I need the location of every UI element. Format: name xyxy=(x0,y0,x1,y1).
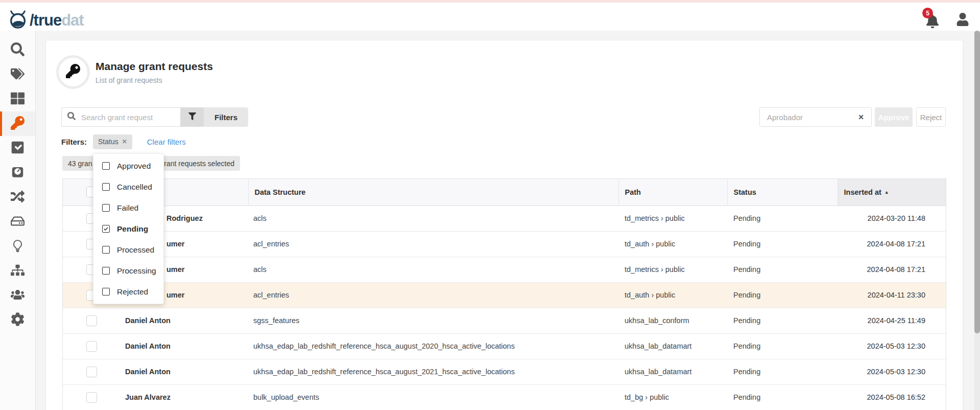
clear-filters-link[interactable]: Clear filters xyxy=(147,138,186,146)
status-option-rejected[interactable]: Rejected xyxy=(93,281,163,302)
path-cell: td_auth › public xyxy=(618,231,727,257)
sidebar-item-drive[interactable] xyxy=(0,210,35,234)
status-option-processing[interactable]: Processing xyxy=(93,260,163,281)
row-select-cell xyxy=(63,333,114,359)
row-select-cell xyxy=(63,359,114,384)
status-option-processed[interactable]: Processed xyxy=(93,239,163,260)
option-checkbox[interactable] xyxy=(102,183,110,191)
column-header-status[interactable]: Status xyxy=(727,179,838,206)
inserted-at-cell: 2024-04-11 23:30 xyxy=(838,282,946,308)
table-row[interactable]: umer acls td_metrics › public Pending 20… xyxy=(63,257,946,282)
sidebar-item-dashboard[interactable] xyxy=(0,87,35,111)
inserted-at-cell: 2024-04-08 17:21 xyxy=(838,231,946,257)
filter-funnel-button[interactable] xyxy=(180,107,204,127)
inserted-at-cell: 2024-03-20 11:48 xyxy=(838,206,946,231)
option-label: Approved xyxy=(117,162,151,171)
option-label: Failed xyxy=(117,203,138,213)
filters-label: Filters: xyxy=(61,138,87,146)
table-row[interactable]: umer acl_entries td_auth › public Pendin… xyxy=(63,231,946,257)
status-cell: Pending xyxy=(727,384,838,410)
notification-count-badge: 5 xyxy=(922,8,933,18)
grant-requests-table-body: Rodriguez acls td_metrics › public Pendi… xyxy=(63,206,946,410)
search-box[interactable] xyxy=(61,107,180,127)
grant-requests-table: Data Structure Path Status Inserted at▲ … xyxy=(62,178,946,410)
approver-filter-select[interactable]: Aprobador ✕ xyxy=(759,107,872,127)
table-row[interactable]: umer acl_entries td_auth › public Pendin… xyxy=(63,282,946,308)
user-cell: Juan Alvarez xyxy=(114,384,248,410)
table-row[interactable]: Juan Alvarez bulk_upload_events td_bg › … xyxy=(63,384,946,410)
option-checkbox[interactable] xyxy=(102,288,110,295)
option-checkbox[interactable] xyxy=(102,246,110,254)
dashboard-icon xyxy=(11,92,25,107)
path-cell: ukhsa_lab_conform xyxy=(618,308,727,333)
status-option-failed[interactable]: Failed xyxy=(93,197,163,218)
status-option-approved[interactable]: Approved xyxy=(93,155,163,176)
option-checkbox[interactable] xyxy=(102,267,110,275)
search-and-filters-control: Filters xyxy=(61,107,248,127)
column-header-data-structure[interactable]: Data Structure xyxy=(248,179,618,206)
row-checkbox[interactable] xyxy=(86,315,97,326)
path-cell: td_bg › public xyxy=(618,384,727,410)
path-cell: ukhsa_lab_datamart xyxy=(618,333,727,359)
status-chip-label: Status xyxy=(98,138,118,146)
status-cell: Pending xyxy=(727,308,838,333)
page-subtitle: List of grant requests xyxy=(95,76,162,84)
clear-approver-icon[interactable]: ✕ xyxy=(858,113,864,121)
tags-icon xyxy=(11,67,25,83)
sidebar-item-lightbulb[interactable] xyxy=(0,234,35,259)
data-structure-cell: acl_entries xyxy=(248,231,618,257)
option-checkbox[interactable] xyxy=(102,204,110,212)
inserted-at-cell: 2024-05-03 12:30 xyxy=(838,333,946,359)
status-option-cancelled[interactable]: Cancelled xyxy=(93,176,163,197)
sidebar-item-check-square[interactable] xyxy=(0,136,35,161)
path-cell: ukhsa_lab_datamart xyxy=(618,359,727,384)
option-checkbox[interactable] xyxy=(102,162,110,170)
settings-icon xyxy=(11,312,25,328)
app-window: /truedat 5 Manage grant requests List of… xyxy=(0,0,980,410)
data-structure-cell: acls xyxy=(248,257,618,282)
column-header-path[interactable]: Path xyxy=(618,179,727,206)
requests-selected-text: grant requests selected xyxy=(160,160,234,168)
option-label: Rejected xyxy=(117,287,148,297)
page-scrollbar-thumb[interactable] xyxy=(974,31,980,333)
table-row[interactable]: Daniel Anton sgss_features ukhsa_lab_con… xyxy=(63,308,946,333)
data-structure-cell: bulk_upload_events xyxy=(248,384,618,410)
status-cell: Pending xyxy=(727,333,838,359)
sidebar-item-tags[interactable] xyxy=(0,62,35,87)
table-row[interactable]: Daniel Anton ukhsa_edap_lab_redshift_ref… xyxy=(63,333,946,359)
sidebar-item-gauge[interactable] xyxy=(0,161,35,185)
reject-button[interactable]: Reject xyxy=(916,107,946,127)
status-option-pending[interactable]: Pending xyxy=(93,218,163,239)
search-icon xyxy=(67,112,76,122)
sidebar-item-shuffle[interactable] xyxy=(0,185,35,210)
approve-button[interactable]: Approve xyxy=(875,107,913,127)
sidebar-item-users[interactable] xyxy=(0,283,35,308)
sidebar-item-search[interactable] xyxy=(0,38,35,62)
notifications-button[interactable]: 5 xyxy=(922,8,947,31)
remove-status-filter-icon[interactable]: ✕ xyxy=(122,138,127,145)
lightbulb-icon xyxy=(11,239,25,255)
status-cell: Pending xyxy=(727,206,838,231)
option-checkbox[interactable] xyxy=(102,225,110,233)
filters-button[interactable]: Filters xyxy=(204,107,248,127)
column-header-inserted-at[interactable]: Inserted at▲ xyxy=(838,179,946,206)
path-cell: td_metrics › public xyxy=(618,257,727,282)
sidebar-item-sitemap[interactable] xyxy=(0,259,35,283)
owl-logo-icon xyxy=(8,10,28,31)
truedat-logo[interactable]: /truedat xyxy=(8,10,84,31)
row-checkbox[interactable] xyxy=(86,392,97,403)
user-menu-button[interactable] xyxy=(956,13,969,26)
users-icon xyxy=(11,288,25,304)
table-row[interactable]: Daniel Anton ukhsa_edap_lab_redshift_ref… xyxy=(63,359,946,384)
table-row[interactable]: Rodriguez acls td_metrics › public Pendi… xyxy=(63,206,946,231)
status-filter-chip[interactable]: Status ✕ xyxy=(93,134,132,149)
row-checkbox[interactable] xyxy=(86,341,97,352)
status-cell: Pending xyxy=(727,282,838,308)
inserted-at-cell: 2024-04-08 17:21 xyxy=(838,257,946,282)
search-input[interactable] xyxy=(80,112,175,122)
sidebar-item-settings[interactable] xyxy=(0,308,35,332)
row-checkbox[interactable] xyxy=(86,367,97,377)
data-structure-cell: ukhsa_edap_lab_redshift_reference_hsca_a… xyxy=(248,333,618,359)
sidebar-item-key[interactable] xyxy=(0,111,35,136)
drive-icon xyxy=(11,214,25,230)
